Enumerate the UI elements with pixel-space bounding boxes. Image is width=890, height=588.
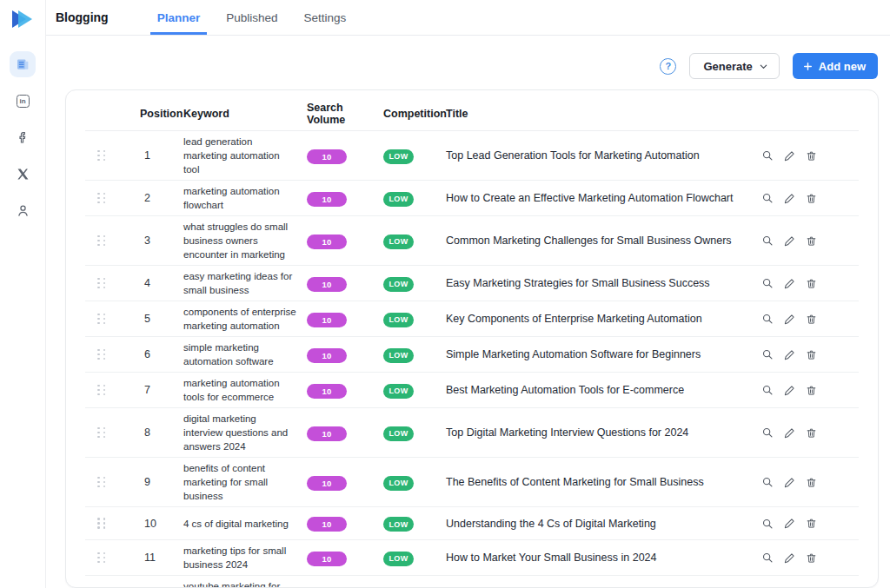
edit-button[interactable] xyxy=(784,385,795,396)
table-row: 4 easy marketing ideas for small busines… xyxy=(85,266,859,301)
preview-button[interactable] xyxy=(761,384,774,396)
edit-button[interactable] xyxy=(784,518,795,529)
sidebar-item-x[interactable] xyxy=(10,161,36,187)
magnifier-icon xyxy=(761,277,774,289)
delete-button[interactable] xyxy=(806,477,817,488)
sidebar-item-facebook[interactable] xyxy=(10,124,36,150)
row-position: 7 xyxy=(140,384,183,396)
edit-button[interactable] xyxy=(784,477,795,488)
preview-button[interactable] xyxy=(761,277,774,289)
row-keyword: simple marketing automation software xyxy=(183,340,307,368)
sidebar-item-profile[interactable] xyxy=(10,197,36,223)
help-icon[interactable]: ? xyxy=(660,58,676,75)
sidebar-item-blog[interactable] xyxy=(10,51,36,77)
drag-handle-icon[interactable] xyxy=(97,235,106,247)
toolbar: ? Generate Add new xyxy=(46,36,890,79)
row-keyword: components of enterprise marketing autom… xyxy=(183,305,307,333)
preview-button[interactable] xyxy=(761,426,774,439)
row-title: How to Market Your Small Business in 202… xyxy=(446,552,761,564)
table-row: 1 lead generation marketing automation t… xyxy=(85,131,859,181)
magnifier-icon xyxy=(761,384,774,396)
edit-button[interactable] xyxy=(784,427,795,439)
trash-icon xyxy=(806,385,817,396)
search-volume-badge: 10 xyxy=(307,517,347,532)
row-position: 8 xyxy=(140,426,183,439)
competition-badge: LOW xyxy=(383,552,414,566)
table-row: 2 marketing automation flowchart 10 LOW … xyxy=(85,181,859,216)
drag-handle-icon[interactable] xyxy=(97,349,106,360)
delete-button[interactable] xyxy=(806,427,817,439)
edit-button[interactable] xyxy=(784,552,795,564)
pencil-icon xyxy=(784,385,795,396)
table-row: 6 simple marketing automation software 1… xyxy=(85,337,859,373)
search-volume-badge: 10 xyxy=(307,277,347,292)
drag-handle-icon[interactable] xyxy=(97,193,106,204)
delete-button[interactable] xyxy=(806,314,817,325)
search-volume-badge: 10 xyxy=(307,476,347,491)
sidebar-item-linkedin[interactable]: in xyxy=(10,88,36,114)
competition-badge: LOW xyxy=(383,517,414,532)
table-row: 10 4 cs of digital marketing 10 LOW Unde… xyxy=(85,507,859,540)
trash-icon xyxy=(806,349,817,360)
preview-button[interactable] xyxy=(761,149,774,162)
delete-button[interactable] xyxy=(806,552,817,564)
competition-badge: LOW xyxy=(383,149,414,164)
edit-button[interactable] xyxy=(784,193,795,204)
chevron-down-icon xyxy=(759,62,768,71)
row-position: 1 xyxy=(140,149,183,162)
table-header-row: Position Keyword Search Volume Competiti… xyxy=(85,90,859,131)
delete-button[interactable] xyxy=(806,235,817,247)
preview-button[interactable] xyxy=(761,476,774,488)
drag-handle-icon[interactable] xyxy=(97,477,106,488)
pencil-icon xyxy=(784,150,795,162)
drag-handle-icon[interactable] xyxy=(97,518,106,529)
competition-badge: LOW xyxy=(383,313,414,327)
row-keyword: marketing automation tools for ecommerce xyxy=(183,376,307,404)
pencil-icon xyxy=(784,235,795,247)
drag-handle-icon[interactable] xyxy=(97,278,106,289)
edit-button[interactable] xyxy=(784,314,795,325)
preview-button[interactable] xyxy=(761,348,774,360)
generate-button[interactable]: Generate xyxy=(689,53,779,79)
drag-handle-icon[interactable] xyxy=(97,150,106,162)
edit-button[interactable] xyxy=(784,278,795,289)
preview-button[interactable] xyxy=(761,313,774,325)
page-title: Blogging xyxy=(56,10,109,24)
delete-button[interactable] xyxy=(806,193,817,204)
trash-icon xyxy=(806,314,817,325)
magnifier-icon xyxy=(761,348,774,360)
preview-button[interactable] xyxy=(761,192,774,204)
preview-button[interactable] xyxy=(761,552,774,564)
search-volume-badge: 10 xyxy=(307,313,347,327)
delete-button[interactable] xyxy=(806,278,817,289)
preview-button[interactable] xyxy=(761,235,774,247)
delete-button[interactable] xyxy=(806,518,817,529)
row-title: The Benefits of Content Marketing for Sm… xyxy=(446,476,761,488)
add-new-button[interactable]: Add new xyxy=(793,53,878,79)
drag-handle-icon[interactable] xyxy=(97,385,106,396)
row-keyword: benefits of content marketing for small … xyxy=(183,461,307,503)
keyword-table: Position Keyword Search Volume Competiti… xyxy=(85,90,859,588)
table-row: 5 components of enterprise marketing aut… xyxy=(85,301,859,337)
magnifier-icon xyxy=(761,476,774,488)
column-header-keyword: Keyword xyxy=(183,108,307,120)
drag-handle-icon[interactable] xyxy=(97,552,106,564)
delete-button[interactable] xyxy=(806,150,817,162)
row-position: 3 xyxy=(140,235,183,247)
preview-button[interactable] xyxy=(761,518,774,530)
magnifier-icon xyxy=(761,192,774,204)
tab-settings[interactable]: Settings xyxy=(296,0,353,35)
drag-handle-icon[interactable] xyxy=(97,427,106,439)
edit-button[interactable] xyxy=(784,235,795,247)
delete-button[interactable] xyxy=(806,349,817,360)
tab-published[interactable]: Published xyxy=(219,0,284,35)
edit-button[interactable] xyxy=(784,349,795,360)
row-keyword: what struggles do small business owners … xyxy=(183,220,307,261)
drag-handle-icon[interactable] xyxy=(97,314,106,325)
tab-planner[interactable]: Planner xyxy=(150,0,208,35)
tab-planner-label: Planner xyxy=(157,11,201,24)
row-title: Key Components of Enterprise Marketing A… xyxy=(446,313,761,325)
edit-button[interactable] xyxy=(784,150,795,162)
tab-bar: Planner Published Settings xyxy=(150,0,366,35)
delete-button[interactable] xyxy=(806,385,817,396)
